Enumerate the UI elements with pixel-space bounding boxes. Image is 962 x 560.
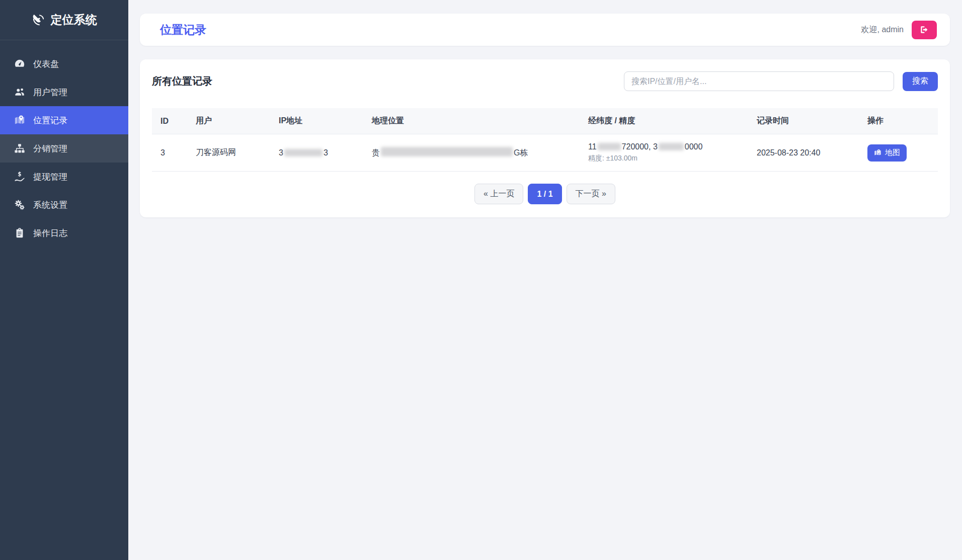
ip-prefix: 3 (279, 148, 283, 157)
redacted-blur (284, 149, 323, 156)
col-header-location: 地理位置 (363, 108, 580, 134)
table-header-row: ID 用户 IP地址 地理位置 经纬度 / 精度 记录时间 操作 (152, 108, 938, 134)
col-header-ip: IP地址 (270, 108, 363, 134)
topbar: 位置记录 欢迎, admin (140, 14, 950, 46)
dashboard-icon (14, 58, 25, 69)
current-page-indicator[interactable]: 1 / 1 (528, 184, 562, 204)
sidebar-item-label: 提现管理 (33, 171, 67, 183)
redacted-blur (659, 143, 684, 150)
welcome-text: 欢迎, admin (861, 25, 904, 35)
gears-icon (14, 199, 25, 210)
sidebar-item-label: 仪表盘 (33, 58, 59, 70)
app-logo: 定位系统 (0, 0, 128, 40)
sign-out-icon (920, 25, 929, 34)
topbar-right: 欢迎, admin (861, 21, 937, 39)
sitemap-icon (14, 143, 25, 154)
accuracy-text: 精度: ±103.00m (588, 154, 740, 163)
sidebar-item-label: 系统设置 (33, 199, 67, 211)
app-title: 定位系统 (51, 12, 97, 28)
cell-user: 刀客源码网 (187, 134, 270, 172)
redacted-blur (381, 147, 513, 156)
search-button[interactable]: 搜索 (903, 72, 938, 91)
cell-location: 贵G栋 (363, 134, 580, 172)
col-header-actions: 操作 (859, 108, 938, 134)
table-row: 3 刀客源码网 33 贵G栋 11720000, 30000 精度: ±103.… (152, 134, 938, 172)
cell-coords: 11720000, 30000 精度: ±103.00m (580, 134, 748, 172)
map-icon (874, 149, 881, 156)
page-title: 位置记录 (160, 22, 206, 38)
coord-part: 0000 (685, 142, 703, 151)
sidebar-item-dashboard[interactable]: 仪表盘 (0, 50, 128, 78)
main-content: 位置记录 欢迎, admin 所有位置记录 搜索 (128, 0, 962, 560)
search-area: 搜索 (624, 71, 938, 91)
cell-time: 2025-08-23 20:40 (748, 134, 859, 172)
hand-dollar-icon (14, 171, 25, 182)
col-header-coords: 经纬度 / 精度 (580, 108, 748, 134)
sidebar-item-settings[interactable]: 系统设置 (0, 191, 128, 219)
satellite-dish-icon (32, 14, 45, 27)
logout-button[interactable] (912, 21, 937, 39)
records-table: ID 用户 IP地址 地理位置 经纬度 / 精度 记录时间 操作 3 刀客源码网… (152, 108, 938, 172)
sidebar-item-label: 用户管理 (33, 87, 67, 98)
coord-part: 720000, 3 (622, 142, 658, 151)
col-header-id: ID (152, 108, 187, 134)
sidebar: 定位系统 仪表盘 用户管理 位置记录 分销管理 (0, 0, 128, 560)
lat-lng-line: 11720000, 30000 (588, 142, 740, 151)
location-prefix: 贵 (372, 148, 380, 157)
cell-id: 3 (152, 134, 187, 172)
sidebar-item-label: 操作日志 (33, 227, 67, 239)
prev-page-button[interactable]: « 上一页 (474, 184, 523, 204)
col-header-user: 用户 (187, 108, 270, 134)
sidebar-item-users[interactable]: 用户管理 (0, 78, 128, 106)
sidebar-item-logs[interactable]: 操作日志 (0, 219, 128, 247)
col-header-time: 记录时间 (748, 108, 859, 134)
coord-part: 11 (588, 142, 597, 151)
sidebar-item-label: 位置记录 (33, 115, 67, 126)
sidebar-item-withdrawals[interactable]: 提现管理 (0, 163, 128, 191)
sidebar-item-location-records[interactable]: 位置记录 (0, 106, 128, 134)
search-input[interactable] (624, 71, 894, 91)
cell-ip: 33 (270, 134, 363, 172)
location-suffix: G栋 (514, 148, 528, 157)
users-icon (14, 87, 25, 98)
location-records-panel: 所有位置记录 搜索 ID 用户 IP地址 地理位置 经纬度 / 精度 记录时间 (140, 59, 950, 217)
sidebar-item-label: 分销管理 (33, 143, 67, 154)
panel-title: 所有位置记录 (152, 74, 212, 88)
sidebar-item-distribution[interactable]: 分销管理 (0, 134, 128, 163)
sidebar-nav: 仪表盘 用户管理 位置记录 分销管理 提现管理 (0, 40, 128, 247)
next-page-button[interactable]: 下一页 » (567, 184, 615, 204)
pagination: « 上一页 1 / 1 下一页 » (152, 184, 938, 205)
map-button-label: 地图 (885, 148, 900, 157)
ip-suffix: 3 (324, 148, 328, 157)
redacted-blur (598, 143, 621, 150)
cell-actions: 地图 (859, 134, 938, 172)
panel-head: 所有位置记录 搜索 (152, 71, 938, 91)
clipboard-icon (14, 227, 25, 238)
map-marker-icon (14, 115, 25, 126)
map-button[interactable]: 地图 (867, 144, 907, 162)
